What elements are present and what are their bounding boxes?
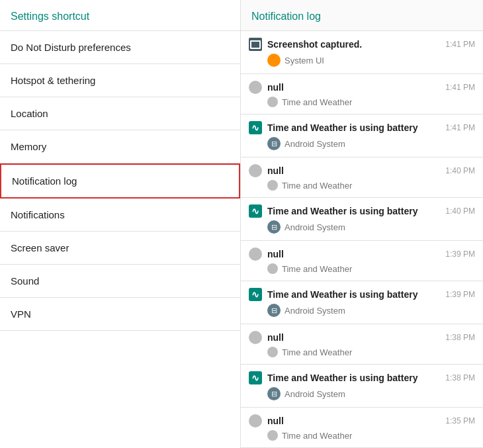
settings-shortcut-panel: Settings shortcut Do Not Disturb prefere… <box>0 0 241 448</box>
settings-shortcut-title: Settings shortcut <box>11 11 89 22</box>
notification-row: Time and Weather is using battery1:38 PM <box>249 371 475 384</box>
notification-title: null <box>267 249 284 259</box>
notifications-list: Screenshot captured.1:41 PMSystem UInull… <box>241 31 483 448</box>
notification-main-icon: Time and Weather is using battery <box>249 204 440 218</box>
notification-row: null1:35 PM <box>249 414 475 427</box>
notification-time: 1:41 PM <box>445 83 475 92</box>
settings-item[interactable]: Do Not Disturb preferences <box>0 31 240 64</box>
notification-subtitle-row: Time and Weather <box>267 263 475 274</box>
notification-item: null1:40 PMTime and Weather <box>241 157 483 198</box>
notification-main-icon: Time and Weather is using battery <box>249 121 440 134</box>
app-icon <box>267 430 278 441</box>
notification-row: Time and Weather is using battery1:39 PM <box>249 288 475 301</box>
notification-row: null1:40 PM <box>249 164 475 177</box>
notification-subtitle-text: Android System <box>285 389 345 399</box>
settings-item[interactable]: Location <box>0 97 240 130</box>
notification-subtitle-text: Time and Weather <box>282 264 352 274</box>
notification-title: null <box>267 165 284 176</box>
screenshot-icon <box>249 38 262 51</box>
notification-subtitle-row: Time and Weather <box>267 180 475 191</box>
android-system-icon <box>267 137 281 150</box>
notification-log-panel: Notification log Screenshot captured.1:4… <box>241 0 483 448</box>
notification-time: 1:40 PM <box>445 166 475 175</box>
notification-title: Time and Weather is using battery <box>267 373 417 383</box>
notification-time: 1:38 PM <box>445 333 475 342</box>
notification-main-icon: null <box>249 247 440 261</box>
notification-row: Screenshot captured.1:41 PM <box>249 38 475 51</box>
notification-main-icon: Time and Weather is using battery <box>249 371 440 384</box>
null-icon <box>249 331 262 344</box>
notification-item: Screenshot captured.1:41 PMSystem UI <box>241 31 483 74</box>
notification-row: Time and Weather is using battery1:40 PM <box>249 204 475 218</box>
settings-item[interactable]: VPN <box>0 298 240 331</box>
notification-subtitle-row: Android System <box>267 304 475 317</box>
settings-item[interactable]: Memory <box>0 130 240 163</box>
notification-item: Time and Weather is using battery1:41 PM… <box>241 114 483 157</box>
notification-title: Screenshot captured. <box>267 39 362 50</box>
notification-time: 1:35 PM <box>445 416 475 426</box>
notification-title: null <box>267 332 284 343</box>
notification-subtitle-row: Time and Weather <box>267 430 475 441</box>
notification-main-icon: null <box>249 331 440 344</box>
notification-main-icon: Screenshot captured. <box>249 38 440 51</box>
system-ui-icon <box>267 54 281 67</box>
notification-main-icon: null <box>249 164 440 177</box>
app-icon <box>267 97 278 107</box>
notification-item: Time and Weather is using battery1:40 PM… <box>241 198 483 241</box>
notification-time: 1:40 PM <box>445 206 475 216</box>
null-icon <box>249 414 262 427</box>
app-icon <box>267 347 278 357</box>
notification-item: null1:41 PMTime and Weather <box>241 74 483 114</box>
notification-subtitle-text: Time and Weather <box>282 431 352 441</box>
settings-item[interactable]: Hotspot & tethering <box>0 64 240 97</box>
notification-subtitle-text: System UI <box>285 56 324 66</box>
notification-title: null <box>267 416 284 426</box>
null-icon <box>249 247 262 261</box>
notification-subtitle-row: System UI <box>267 54 475 67</box>
notification-subtitle-text: Time and Weather <box>282 347 352 357</box>
battery-icon <box>249 121 262 134</box>
battery-icon <box>249 288 262 301</box>
android-system-icon <box>267 220 281 234</box>
notification-item: null1:35 PMTime and Weather <box>241 408 483 448</box>
notification-subtitle-text: Android System <box>285 222 345 232</box>
notification-time: 1:41 PM <box>445 123 475 132</box>
notification-subtitle-text: Android System <box>285 139 345 149</box>
battery-icon <box>249 204 262 218</box>
settings-item[interactable]: Notification log <box>0 163 240 199</box>
notification-item: null1:38 PMTime and Weather <box>241 324 483 365</box>
settings-item[interactable]: Notifications <box>0 199 240 232</box>
settings-items-list: Do Not Disturb preferencesHotspot & teth… <box>0 31 240 331</box>
notification-main-icon: null <box>249 414 440 427</box>
right-panel-header: Notification log <box>241 0 483 31</box>
notification-time: 1:41 PM <box>445 40 475 49</box>
notification-row: null1:41 PM <box>249 81 475 94</box>
notification-item: null1:39 PMTime and Weather <box>241 241 483 281</box>
notification-row: Time and Weather is using battery1:41 PM <box>249 121 475 134</box>
null-icon <box>249 164 262 177</box>
android-system-icon <box>267 304 281 317</box>
notification-subtitle-row: Time and Weather <box>267 347 475 357</box>
battery-icon <box>249 371 262 384</box>
notification-time: 1:39 PM <box>445 290 475 299</box>
notification-subtitle-text: Time and Weather <box>282 97 352 107</box>
notification-item: Time and Weather is using battery1:38 PM… <box>241 365 483 408</box>
android-system-icon <box>267 387 281 400</box>
notification-subtitle-row: Android System <box>267 137 475 150</box>
notification-title: Time and Weather is using battery <box>267 206 417 216</box>
null-icon <box>249 81 262 94</box>
notification-title: Time and Weather is using battery <box>267 122 417 133</box>
notification-time: 1:38 PM <box>445 373 475 382</box>
notification-log-title: Notification log <box>251 11 321 22</box>
settings-item[interactable]: Screen saver <box>0 232 240 265</box>
notification-row: null1:38 PM <box>249 331 475 344</box>
left-panel-header: Settings shortcut <box>0 0 240 31</box>
notification-main-icon: Time and Weather is using battery <box>249 288 440 301</box>
notification-title: Time and Weather is using battery <box>267 289 417 300</box>
notification-time: 1:39 PM <box>445 249 475 259</box>
notification-subtitle-text: Time and Weather <box>282 181 352 191</box>
notification-title: null <box>267 82 284 93</box>
settings-item[interactable]: Sound <box>0 265 240 298</box>
app-icon <box>267 263 278 274</box>
notification-item: Time and Weather is using battery1:39 PM… <box>241 281 483 324</box>
